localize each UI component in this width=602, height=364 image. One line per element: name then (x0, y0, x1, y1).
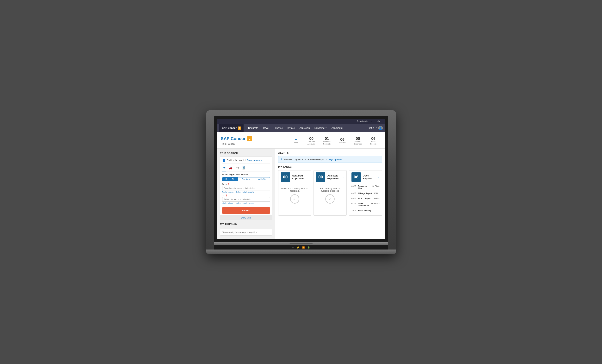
laptop-taskbar: ⚙ ⚡ 📶 🔋 (214, 245, 388, 249)
search-type-label: Mixed Flight/Train Search (222, 173, 270, 176)
trip-tab-round[interactable]: Round Trip (222, 177, 238, 181)
to-select-multiple[interactable]: Select multiple airports (236, 202, 254, 204)
report-date-0: 04/17 (352, 185, 357, 187)
logo-area[interactable]: SAP Concur C (219, 124, 244, 132)
profile-area[interactable]: Profile ▼ 👤 (368, 126, 383, 130)
trips-empty-msg: You currently have no upcoming trips. (222, 231, 258, 234)
report-item-4[interactable]: 10/20 Sales Meeting (352, 208, 380, 213)
to-links: Find an airport | Select multiple airpor… (222, 202, 270, 204)
taskbar-icon-settings: ⚙ (292, 246, 294, 248)
logo-text: SAP Concur C (222, 127, 241, 130)
stat-new[interactable]: + New (288, 137, 304, 145)
approvals-empty-msg: Great! You currently have no approvals. (281, 187, 309, 192)
transport-tab-hotel[interactable]: 🛏 (235, 165, 239, 170)
nav-item-appcenter[interactable]: App Center (329, 124, 346, 132)
my-trips-arrow[interactable]: → (269, 224, 272, 227)
info-icon: ℹ (281, 158, 282, 161)
logo-box: C (238, 127, 241, 130)
expenses-card-title[interactable]: Available Expenses → (327, 174, 344, 180)
show-more-bar[interactable]: Show More (220, 215, 272, 220)
stat-purchase-requests[interactable]: 01 PurchaseRequests (319, 135, 335, 146)
approvals-card-title[interactable]: Required Approvals → (292, 174, 309, 180)
purchase-requests-label: PurchaseRequests (323, 141, 331, 145)
nav-item-expense[interactable]: Expense (271, 124, 285, 132)
nav-item-travel[interactable]: Travel (260, 124, 271, 132)
tasks-grid: 00 Required Approvals → Great! You curre… (278, 170, 382, 216)
from-input[interactable] (222, 186, 270, 190)
search-button[interactable]: Search (222, 207, 270, 214)
booking-label: Booking for myself (227, 159, 244, 161)
right-panel: ALERTS ℹ You haven't signed up to receiv… (275, 149, 385, 239)
nav-item-requests[interactable]: Requests (246, 124, 260, 132)
nav-left: SAP Concur C Requests Travel Expense Inv… (219, 124, 346, 132)
taskbar-icon-power: ⚡ (297, 246, 299, 248)
help-link[interactable]: Help (376, 120, 380, 122)
transport-tab-car[interactable]: 🚗 (228, 165, 233, 170)
booking-separator: | (245, 159, 246, 161)
to-input[interactable] (222, 197, 270, 202)
stat-invoices[interactable]: 06 Invoices (335, 136, 350, 145)
greeting-text: Hello, Global (221, 142, 252, 145)
report-item-3[interactable]: 07/10 Sales Conference $2,561.99 (352, 201, 380, 208)
task-card-header-approvals: 00 Required Approvals → (279, 171, 311, 184)
stat-open-reports[interactable]: 06 OpenReports (366, 135, 381, 146)
purchase-requests-number: 01 (325, 137, 329, 140)
from-field-row: From ❓ Find an airport | Select multiple… (222, 183, 270, 193)
report-item-1[interactable]: 09/15 Mileage Report $23.01 (352, 191, 380, 196)
to-link-sep: | (235, 202, 235, 204)
report-name-2: 15.9.17 Report (357, 197, 374, 200)
taskbar-icon-wifi: 📶 (302, 246, 305, 248)
chevron-down-icon-profile: ▼ (376, 127, 377, 129)
laptop-base (214, 242, 388, 245)
report-item-2[interactable]: 09/15 15.9.17 Report $66.55 (352, 196, 380, 201)
report-date-3: 07/10 (352, 203, 357, 204)
to-help-icon[interactable]: ❓ (225, 194, 227, 197)
nav-right: Profile ▼ 👤 (368, 126, 383, 130)
transport-tab-train[interactable]: 🚆 (241, 165, 247, 170)
my-trips-section: MY TRIPS (0) → You currently have no upc… (220, 223, 272, 236)
task-card-available-expenses: 00 Available Expenses → You currently ha… (313, 170, 347, 216)
to-label: To ❓ (222, 194, 270, 197)
nav-item-invoice[interactable]: Invoice (285, 124, 297, 132)
chevron-down-icon: ▼ (370, 120, 372, 122)
expenses-card-body: You currently have no available expenses… (314, 184, 346, 207)
report-item-0[interactable]: 04/17 Business Meal $179.40 (352, 184, 380, 191)
transport-tab-flight[interactable]: ✈ (222, 165, 226, 171)
stat-new-label: New (294, 142, 298, 144)
brand-box: C (247, 136, 252, 141)
book-guest-link[interactable]: Book for a guest (247, 159, 263, 161)
logo-name: SAP Concur (222, 127, 237, 129)
to-label-text: To (222, 194, 224, 197)
reports-card-title[interactable]: Open Reports → (363, 174, 380, 180)
approvals-number-badge: 00 (281, 172, 290, 182)
administration-link[interactable]: Administration (357, 120, 369, 122)
open-reports-number: 06 (371, 137, 376, 140)
body-section: TRIP SEARCH 👤 Booking for myself | Book … (217, 149, 385, 239)
admin-separator: | (374, 120, 374, 122)
report-list: 04/17 Business Meal $179.40 09/15 Mileag… (349, 184, 382, 215)
stat-required-approvals[interactable]: 00 RequiredApprovals (304, 135, 319, 146)
laptop-footer (206, 249, 396, 254)
trips-box: You currently have no upcoming trips. (220, 229, 272, 236)
my-tasks-section: MY TASKS 00 Required Approvals → (278, 165, 382, 216)
to-find-airport[interactable]: Find an airport (222, 202, 234, 204)
nav-item-approvals[interactable]: Approvals (297, 124, 312, 132)
from-find-airport[interactable]: Find an airport (222, 191, 234, 193)
nav-item-reporting[interactable]: Reporting ▼ (312, 124, 329, 132)
report-date-1: 09/15 (352, 192, 357, 194)
header-strip: SAP Concur C Hello, Global + New 00 Requ… (217, 132, 385, 149)
stats-bar: + New 00 RequiredApprovals 01 PurchaseRe… (288, 135, 381, 146)
trip-tab-oneway[interactable]: One Way (238, 177, 254, 181)
laptop-frame: Administration ▼ | Help ▼ SAP Concur C (206, 110, 396, 254)
screen-bezel: Administration ▼ | Help ▼ SAP Concur C (214, 116, 388, 242)
stat-available-expenses[interactable]: 00 AvailableExpenses (350, 135, 366, 146)
alerts-section: ALERTS ℹ You haven't signed up to receiv… (278, 151, 382, 163)
screen: Administration ▼ | Help ▼ SAP Concur C (217, 119, 385, 239)
task-card-header-reports: 06 Open Reports → (349, 171, 382, 184)
sign-up-link[interactable]: Sign up here (329, 158, 342, 161)
from-select-multiple[interactable]: Select multiple airports (236, 191, 254, 193)
brand-name: SAP Concur (221, 136, 246, 141)
report-name-3: Sales Conference (357, 203, 371, 207)
trip-tab-multicity[interactable]: Multi City (254, 177, 269, 181)
from-help-icon[interactable]: ❓ (227, 183, 230, 185)
